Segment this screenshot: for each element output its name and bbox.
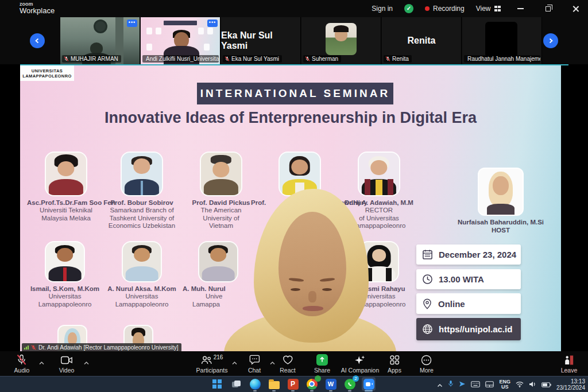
windows-logo-icon: [212, 379, 222, 389]
chrome-taskbar-icon[interactable]: [305, 377, 319, 391]
participant-name-label: Renita: [384, 55, 412, 63]
whatsapp-taskbar-icon[interactable]: 2: [343, 377, 357, 391]
thumbnail-more-options-button[interactable]: •••: [127, 20, 137, 27]
speaker-card: A. Nurul Aksa. M.Kom Universitas Lamappa…: [103, 241, 181, 308]
heart-icon: [282, 354, 293, 366]
taskbar-time: 13:13: [556, 378, 585, 385]
meeting-toolbar: Audio Video 216 Participants Chat Reac: [0, 351, 588, 376]
speaker-photo: [45, 152, 87, 196]
filmstrip-next-button[interactable]: [543, 33, 558, 48]
word-icon: W: [326, 379, 336, 390]
apps-button[interactable]: Apps: [388, 353, 401, 374]
video-thumbnail-eka[interactable]: Eka Nur Sul Yasmi Eka Nur Sul Yasmi: [221, 17, 301, 64]
zoom-app-icon: [363, 379, 374, 390]
word-taskbar-icon[interactable]: W: [324, 377, 338, 391]
participants-icon: [201, 355, 212, 365]
event-date-pill: December 23, 2024: [416, 244, 521, 265]
close-button[interactable]: [567, 0, 583, 17]
more-button[interactable]: More: [420, 353, 434, 374]
leave-button[interactable]: Leave: [561, 353, 578, 374]
audio-button[interactable]: Audio: [14, 353, 30, 374]
edge-browser-icon: [250, 379, 261, 390]
black-video-feed: [485, 22, 517, 57]
seminar-title: Innovative Ideas of Enterpreneurship in …: [43, 109, 538, 127]
participants-options-chevron[interactable]: [232, 357, 237, 367]
zoom-taskbar-icon[interactable]: [362, 377, 376, 391]
wifi-icon[interactable]: [516, 379, 524, 390]
speaker-name: Asc.Prof.Ts.Dr.Fam Soo Fen: [27, 199, 105, 207]
camera-icon: [60, 354, 72, 366]
event-url-pill: https//unipol.ac.id: [416, 318, 521, 340]
folder-icon: [269, 381, 280, 389]
battery-icon[interactable]: [541, 379, 551, 390]
file-explorer-taskbar-icon[interactable]: [267, 377, 281, 391]
event-location: Online: [438, 299, 465, 309]
participant-name-label: Eka Nur Sul Yasmi: [223, 55, 282, 63]
speaker-name: Prof. Bobur Sobirov: [103, 199, 181, 207]
share-screen-button[interactable]: Share: [314, 353, 330, 374]
seminar-banner: INTERNATIONAL SEMINAR: [197, 83, 393, 104]
volume-icon[interactable]: [529, 379, 536, 390]
powerpoint-taskbar-icon[interactable]: P: [286, 377, 300, 391]
minimize-button[interactable]: [512, 0, 528, 17]
speaker-name-fragment: A. Muh. Nurul: [183, 285, 226, 293]
task-view-button[interactable]: [229, 377, 243, 391]
start-button[interactable]: [210, 377, 224, 391]
video-thumbnail-renita[interactable]: Renita Renita: [382, 17, 462, 64]
chrome-notification-badge: [315, 375, 321, 382]
chat-icon: [249, 354, 260, 366]
tray-hidden-icons-chevron[interactable]: [437, 379, 443, 390]
host-name: Nurfaisah Baharuddin, M.Si: [452, 218, 550, 226]
active-speaker-webcam-overlay: [224, 189, 396, 351]
muted-mic-icon: [31, 345, 36, 350]
sign-in-button[interactable]: Sign in: [372, 5, 393, 13]
participants-button[interactable]: 216 Participants: [196, 353, 228, 374]
video-thumbnail-muhajir[interactable]: ••• MUHAJIR ARMAN: [60, 17, 140, 64]
view-button[interactable]: View: [476, 5, 501, 13]
chat-button[interactable]: Chat: [248, 353, 261, 374]
react-button[interactable]: React: [280, 353, 295, 374]
video-button[interactable]: Video: [59, 353, 75, 374]
speaker-card: Prof. Bobur Sobirov Samarkand Branch of …: [103, 152, 181, 230]
language-indicator[interactable]: ENGUS: [499, 379, 510, 390]
chat-options-chevron[interactable]: [270, 357, 275, 367]
zoom-title-bar: zoom Workplace Sign in ✓ Recording View: [0, 0, 588, 17]
tray-location-in-use-icon[interactable]: [459, 379, 466, 390]
video-thumbnail-raudhatul[interactable]: Raudhatul Jannah Manajemen 5: [462, 17, 542, 64]
speaker-card: Ismail, S.Kom, M.Kom Universitas Lamappa…: [26, 241, 104, 308]
suherman-avatar: [326, 23, 357, 55]
video-thumbnail-suherman[interactable]: Suherman: [301, 17, 381, 64]
audio-options-chevron[interactable]: [39, 357, 44, 367]
clock-icon: [422, 274, 433, 285]
zoom-workplace-logo: zoom Workplace: [20, 1, 55, 14]
taskbar-clock[interactable]: 13:13 23/12/2024: [556, 378, 585, 391]
participant-name-label: Suherman: [303, 55, 341, 63]
seminar-slide: UNIVERSITASLAMAPPAPOLEONRO INTERNATIONAL…: [20, 65, 561, 351]
workplace-logo-text: Workplace: [20, 7, 55, 14]
participants-count: 216: [214, 354, 223, 360]
event-time-pill: 13.00 WITA: [416, 269, 521, 289]
recording-indicator[interactable]: Recording: [425, 5, 465, 13]
edge-taskbar-icon[interactable]: [248, 377, 262, 391]
filmstrip-previous-button[interactable]: [30, 33, 45, 48]
video-options-chevron[interactable]: [84, 357, 89, 367]
speaker-photo: [122, 241, 162, 282]
speaker-face: [278, 212, 346, 316]
ai-companion-button[interactable]: AI Companion: [341, 353, 380, 374]
tray-keyboard-icon[interactable]: [471, 379, 480, 390]
restore-button[interactable]: [540, 0, 556, 17]
host-role: HOST: [452, 226, 550, 234]
speaker-affiliation: Universitas Lamappapoleonro: [103, 293, 181, 308]
thumbnail-more-options-button[interactable]: •••: [207, 20, 218, 27]
taskbar-date: 23/12/2024: [556, 385, 585, 391]
participant-name-label: Raudhatul Jannah Manajemen 5: [464, 55, 540, 63]
speaker-affiliation: Universitas Lamappapoleonro: [26, 293, 104, 308]
mic-muted-icon: [17, 354, 27, 366]
speaker-name: A. Nurul Aksa. M.Kom: [103, 285, 181, 293]
tray-mic-in-use-icon[interactable]: [448, 379, 454, 390]
event-time: 13.00 WITA: [439, 274, 484, 284]
muted-mic-icon: [64, 56, 69, 61]
tray-touchpad-icon[interactable]: [485, 379, 494, 390]
event-location-pill: Online: [416, 293, 521, 314]
video-thumbnail-andi[interactable]: ••• Andi Zulkifli Nusri_Universitas ...: [141, 17, 220, 64]
